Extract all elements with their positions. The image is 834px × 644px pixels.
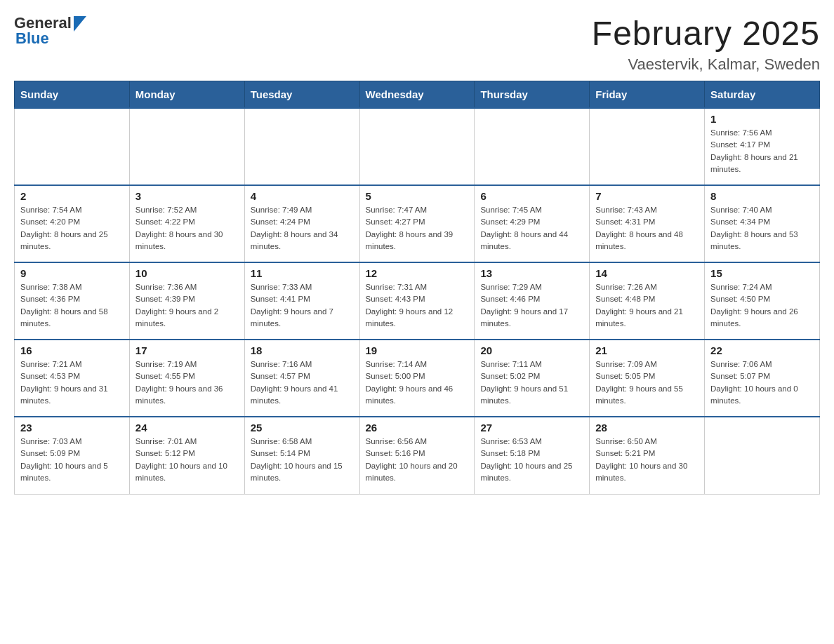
day-info: Sunrise: 7:45 AMSunset: 4:29 PMDaylight:…	[480, 204, 583, 253]
day-number: 16	[20, 344, 124, 356]
day-info: Sunrise: 7:31 AMSunset: 4:43 PMDaylight:…	[366, 281, 469, 330]
month-title: February 2025	[592, 14, 820, 53]
weekday-header-wednesday: Wednesday	[359, 81, 475, 109]
weekday-header-tuesday: Tuesday	[244, 81, 359, 109]
day-info: Sunrise: 7:29 AMSunset: 4:46 PMDaylight:…	[480, 281, 583, 330]
day-number: 7	[595, 190, 699, 202]
day-info: Sunrise: 7:36 AMSunset: 4:39 PMDaylight:…	[135, 281, 239, 330]
day-number: 11	[251, 267, 354, 279]
calendar-cell: 25Sunrise: 6:58 AMSunset: 5:14 PMDayligh…	[244, 417, 359, 494]
day-number: 5	[366, 190, 469, 202]
day-info: Sunrise: 7:38 AMSunset: 4:36 PMDaylight:…	[20, 281, 124, 330]
day-number: 13	[480, 267, 583, 279]
day-info: Sunrise: 7:49 AMSunset: 4:24 PMDaylight:…	[251, 204, 354, 253]
calendar-cell: 20Sunrise: 7:11 AMSunset: 5:02 PMDayligh…	[475, 340, 590, 417]
day-info: Sunrise: 7:47 AMSunset: 4:27 PMDaylight:…	[366, 204, 469, 253]
calendar-cell: 10Sunrise: 7:36 AMSunset: 4:39 PMDayligh…	[129, 262, 244, 340]
day-number: 19	[366, 344, 469, 356]
day-number: 27	[480, 422, 583, 434]
day-info: Sunrise: 7:14 AMSunset: 5:00 PMDaylight:…	[366, 358, 469, 407]
logo-blue-text: Blue	[15, 29, 86, 48]
day-info: Sunrise: 7:52 AMSunset: 4:22 PMDaylight:…	[135, 204, 239, 253]
day-number: 14	[595, 267, 699, 279]
calendar-cell: 12Sunrise: 7:31 AMSunset: 4:43 PMDayligh…	[359, 262, 475, 340]
calendar-cell: 9Sunrise: 7:38 AMSunset: 4:36 PMDaylight…	[15, 262, 130, 340]
calendar-week-5: 23Sunrise: 7:03 AMSunset: 5:09 PMDayligh…	[15, 417, 820, 494]
calendar-cell: 26Sunrise: 6:56 AMSunset: 5:16 PMDayligh…	[359, 417, 475, 494]
calendar-cell: 19Sunrise: 7:14 AMSunset: 5:00 PMDayligh…	[359, 340, 475, 417]
calendar-week-1: 1Sunrise: 7:56 AMSunset: 4:17 PMDaylight…	[15, 108, 820, 185]
day-info: Sunrise: 7:11 AMSunset: 5:02 PMDaylight:…	[480, 358, 583, 407]
day-number: 10	[135, 267, 239, 279]
calendar-cell	[244, 108, 359, 185]
weekday-header-sunday: Sunday	[15, 81, 130, 109]
calendar-cell: 5Sunrise: 7:47 AMSunset: 4:27 PMDaylight…	[359, 185, 475, 262]
day-info: Sunrise: 6:58 AMSunset: 5:14 PMDaylight:…	[251, 436, 354, 484]
day-number: 15	[710, 267, 814, 279]
day-number: 17	[135, 344, 239, 356]
calendar-cell	[590, 108, 705, 185]
day-number: 22	[710, 344, 814, 356]
calendar-cell: 24Sunrise: 7:01 AMSunset: 5:12 PMDayligh…	[129, 417, 244, 494]
day-info: Sunrise: 7:54 AMSunset: 4:20 PMDaylight:…	[20, 204, 124, 253]
calendar-cell	[129, 108, 244, 185]
day-info: Sunrise: 7:26 AMSunset: 4:48 PMDaylight:…	[595, 281, 699, 330]
title-section: February 2025 Vaestervik, Kalmar, Sweden	[592, 14, 820, 74]
calendar-cell	[359, 108, 475, 185]
day-info: Sunrise: 6:53 AMSunset: 5:18 PMDaylight:…	[480, 436, 583, 484]
day-number: 20	[480, 344, 583, 356]
calendar-cell: 27Sunrise: 6:53 AMSunset: 5:18 PMDayligh…	[475, 417, 590, 494]
weekday-header-friday: Friday	[590, 81, 705, 109]
calendar-cell: 14Sunrise: 7:26 AMSunset: 4:48 PMDayligh…	[590, 262, 705, 340]
calendar-cell: 23Sunrise: 7:03 AMSunset: 5:09 PMDayligh…	[15, 417, 130, 494]
calendar-cell: 13Sunrise: 7:29 AMSunset: 4:46 PMDayligh…	[475, 262, 590, 340]
calendar-cell: 2Sunrise: 7:54 AMSunset: 4:20 PMDaylight…	[15, 185, 130, 262]
day-number: 3	[135, 190, 239, 202]
calendar-cell: 15Sunrise: 7:24 AMSunset: 4:50 PMDayligh…	[705, 262, 820, 340]
weekday-header-thursday: Thursday	[475, 81, 590, 109]
day-info: Sunrise: 7:16 AMSunset: 4:57 PMDaylight:…	[251, 358, 354, 407]
day-number: 18	[251, 344, 354, 356]
calendar-cell: 18Sunrise: 7:16 AMSunset: 4:57 PMDayligh…	[244, 340, 359, 417]
calendar-week-4: 16Sunrise: 7:21 AMSunset: 4:53 PMDayligh…	[15, 340, 820, 417]
day-info: Sunrise: 7:03 AMSunset: 5:09 PMDaylight:…	[20, 436, 124, 484]
day-number: 24	[135, 422, 239, 434]
day-info: Sunrise: 7:09 AMSunset: 5:05 PMDaylight:…	[595, 358, 699, 407]
day-number: 12	[366, 267, 469, 279]
day-info: Sunrise: 6:56 AMSunset: 5:16 PMDaylight:…	[366, 436, 469, 484]
calendar-cell	[475, 108, 590, 185]
weekday-header-saturday: Saturday	[705, 81, 820, 109]
day-number: 4	[251, 190, 354, 202]
calendar-cell	[15, 108, 130, 185]
day-info: Sunrise: 7:01 AMSunset: 5:12 PMDaylight:…	[135, 436, 239, 484]
day-number: 26	[366, 422, 469, 434]
day-number: 25	[251, 422, 354, 434]
logo: General Blue	[14, 14, 86, 48]
calendar-cell: 6Sunrise: 7:45 AMSunset: 4:29 PMDaylight…	[475, 185, 590, 262]
day-info: Sunrise: 7:19 AMSunset: 4:55 PMDaylight:…	[135, 358, 239, 407]
calendar-cell: 3Sunrise: 7:52 AMSunset: 4:22 PMDaylight…	[129, 185, 244, 262]
calendar-cell: 16Sunrise: 7:21 AMSunset: 4:53 PMDayligh…	[15, 340, 130, 417]
calendar-table: SundayMondayTuesdayWednesdayThursdayFrid…	[14, 81, 820, 495]
day-number: 9	[20, 267, 124, 279]
day-number: 21	[595, 344, 699, 356]
day-info: Sunrise: 7:40 AMSunset: 4:34 PMDaylight:…	[710, 204, 814, 253]
day-info: Sunrise: 7:21 AMSunset: 4:53 PMDaylight:…	[20, 358, 124, 407]
calendar-week-2: 2Sunrise: 7:54 AMSunset: 4:20 PMDaylight…	[15, 185, 820, 262]
weekday-header-monday: Monday	[129, 81, 244, 109]
day-info: Sunrise: 7:33 AMSunset: 4:41 PMDaylight:…	[251, 281, 354, 330]
calendar-cell: 22Sunrise: 7:06 AMSunset: 5:07 PMDayligh…	[705, 340, 820, 417]
calendar-cell: 28Sunrise: 6:50 AMSunset: 5:21 PMDayligh…	[590, 417, 705, 494]
calendar-cell: 8Sunrise: 7:40 AMSunset: 4:34 PMDaylight…	[705, 185, 820, 262]
calendar-cell: 11Sunrise: 7:33 AMSunset: 4:41 PMDayligh…	[244, 262, 359, 340]
calendar-cell: 1Sunrise: 7:56 AMSunset: 4:17 PMDaylight…	[705, 108, 820, 185]
calendar-cell: 4Sunrise: 7:49 AMSunset: 4:24 PMDaylight…	[244, 185, 359, 262]
day-number: 6	[480, 190, 583, 202]
calendar-cell: 7Sunrise: 7:43 AMSunset: 4:31 PMDaylight…	[590, 185, 705, 262]
day-number: 28	[595, 422, 699, 434]
day-number: 23	[20, 422, 124, 434]
day-info: Sunrise: 7:43 AMSunset: 4:31 PMDaylight:…	[595, 204, 699, 253]
day-number: 1	[710, 113, 814, 125]
day-info: Sunrise: 7:56 AMSunset: 4:17 PMDaylight:…	[710, 127, 814, 175]
day-number: 2	[20, 190, 124, 202]
